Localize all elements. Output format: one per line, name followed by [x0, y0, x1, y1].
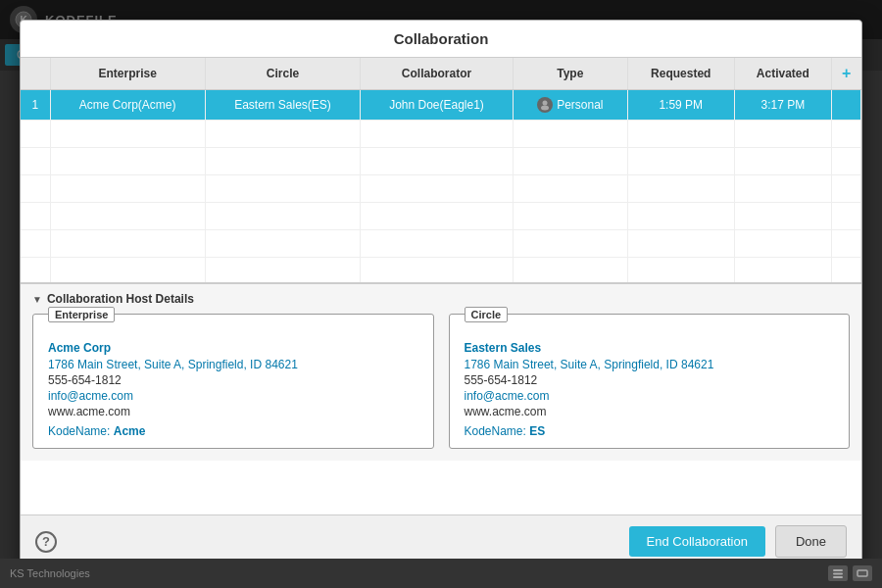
circle-email: info@acme.com	[465, 389, 835, 403]
company-label: KS Technologies	[10, 567, 90, 579]
enterprise-address: 1786 Main Street, Suite A, Springfield, …	[48, 358, 418, 371]
svg-rect-5	[833, 573, 843, 575]
svg-point-3	[541, 106, 549, 111]
cell-activated: 3:17 PM	[734, 90, 831, 121]
svg-rect-7	[858, 570, 867, 576]
enterprise-email: info@acme.com	[48, 389, 418, 403]
host-details-content: Enterprise Acme Corp 1786 Main Street, S…	[21, 314, 861, 461]
app-background: K KodeFile Circle Collaboration	[0, 0, 882, 588]
enterprise-kodename-value: Acme	[114, 424, 146, 438]
help-button[interactable]: ?	[35, 531, 57, 553]
enterprise-label: Enterprise	[48, 307, 115, 322]
enterprise-card-label-container: Enterprise	[48, 324, 418, 339]
col-collaborator: Collaborator	[361, 58, 514, 90]
type-icon	[537, 97, 553, 113]
svg-point-2	[543, 101, 548, 106]
end-collaboration-button[interactable]: End Collaboration	[629, 526, 765, 557]
collaboration-table-container: Enterprise Circle Collaborator Type Requ…	[21, 58, 861, 283]
circle-name: Eastern Sales	[465, 341, 835, 355]
collapse-arrow-icon: ▼	[32, 294, 42, 305]
col-num	[21, 58, 50, 90]
col-add[interactable]: +	[832, 58, 861, 90]
bottom-icon-1	[828, 565, 848, 581]
footer-actions: End Collaboration Done	[629, 525, 847, 558]
table-row-empty	[21, 203, 861, 230]
col-activated: Activated	[734, 58, 831, 90]
col-circle: Circle	[205, 58, 360, 90]
enterprise-name: Acme Corp	[48, 341, 418, 355]
table-row-empty	[21, 230, 861, 258]
circle-card-label-container: Circle	[465, 324, 835, 339]
svg-rect-4	[833, 569, 843, 571]
dialog-title: Collaboration	[21, 21, 861, 58]
cell-collaborator: John Doe(Eagle1)	[361, 90, 514, 121]
dialog-overlay: Collaboration Enterprise Circle Collabor…	[0, 0, 882, 588]
enterprise-kodename: KodeName: Acme	[48, 424, 418, 438]
circle-kodename: KodeName: ES	[465, 424, 835, 438]
cell-requested: 1:59 PM	[627, 90, 734, 121]
svg-rect-6	[833, 576, 843, 578]
cell-type: Personal	[513, 90, 627, 121]
table-row-empty	[21, 175, 861, 203]
collaboration-table: Enterprise Circle Collaborator Type Requ…	[21, 58, 861, 283]
host-details-header[interactable]: ▼ Collaboration Host Details	[21, 284, 861, 314]
host-details-title: Collaboration Host Details	[47, 292, 194, 306]
circle-label: Circle	[465, 307, 509, 322]
circle-phone: 555-654-1812	[465, 373, 835, 387]
table-row-empty	[21, 258, 861, 284]
dialog-body: Enterprise Circle Collaborator Type Requ…	[21, 58, 861, 514]
cell-action	[832, 90, 861, 121]
host-details-section: ▼ Collaboration Host Details Enterprise …	[21, 283, 861, 461]
circle-address: 1786 Main Street, Suite A, Springfield, …	[465, 358, 835, 371]
cell-circle: Eastern Sales(ES)	[205, 90, 360, 121]
table-row-empty	[21, 148, 861, 175]
col-type: Type	[513, 58, 627, 90]
col-requested: Requested	[627, 58, 734, 90]
collaboration-dialog: Collaboration Enterprise Circle Collabor…	[20, 20, 862, 568]
circle-website: www.acme.com	[465, 405, 835, 418]
app-bottom-bar: KS Technologies	[0, 559, 882, 588]
col-enterprise: Enterprise	[50, 58, 205, 90]
enterprise-card: Enterprise Acme Corp 1786 Main Street, S…	[32, 314, 434, 449]
cell-num: 1	[21, 90, 50, 121]
bottom-icon-2	[853, 565, 872, 581]
cell-enterprise: Acme Corp(Acme)	[50, 90, 205, 121]
enterprise-phone: 555-654-1812	[48, 373, 418, 387]
circle-card: Circle Eastern Sales 1786 Main Street, S…	[449, 314, 851, 449]
circle-kodename-value: ES	[529, 424, 545, 438]
table-row[interactable]: 1 Acme Corp(Acme) Eastern Sales(ES) John…	[21, 90, 861, 121]
bottom-icons	[828, 565, 872, 581]
enterprise-website: www.acme.com	[48, 405, 418, 418]
done-button[interactable]: Done	[775, 525, 847, 558]
table-row-empty	[21, 121, 861, 148]
